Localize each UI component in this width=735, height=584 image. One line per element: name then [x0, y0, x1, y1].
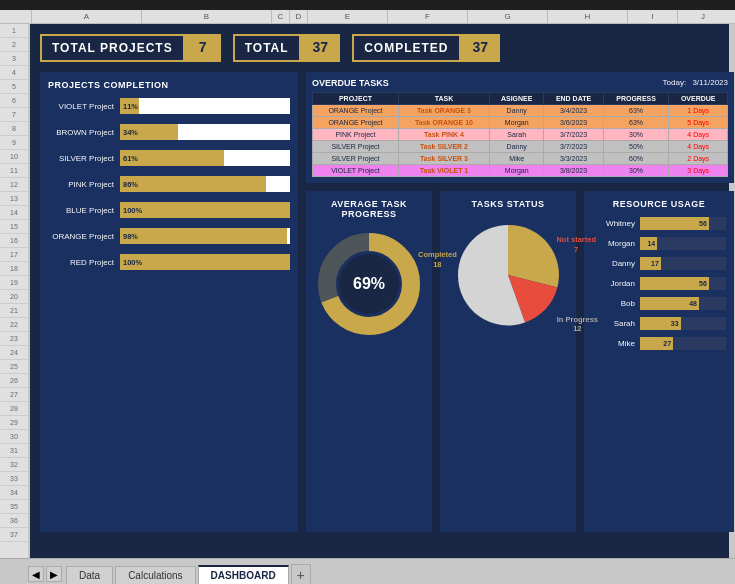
- sheet-top-bar: [0, 0, 735, 10]
- table-row: VIOLET ProjectTask VIOLET 1Morgan3/8/202…: [313, 165, 728, 177]
- bar-fill: 34%: [120, 124, 178, 140]
- resource-bar-row: Jordan56: [592, 277, 726, 290]
- bar-fill: 100%: [120, 254, 290, 270]
- tab-dashboard[interactable]: DASHBOARD: [198, 565, 289, 584]
- bar-container: 11%: [120, 98, 290, 114]
- kpi-row: TOTAL PROJECTS 7 TOTAL 37 COMPLETED 37: [40, 34, 719, 62]
- table-row: PINK ProjectTask PINK 4Sarah3/7/202330%4…: [313, 129, 728, 141]
- resource-bar-row: Mike27: [592, 337, 726, 350]
- bar-container: 61%: [120, 150, 290, 166]
- bar-row: PINK Project86%: [48, 176, 290, 192]
- bar-fill: 86%: [120, 176, 266, 192]
- overdue-tasks-panel: OVERDUE TASKS Today: 3/11/2023 PROJECT T…: [306, 72, 734, 183]
- bar-label: VIOLET Project: [48, 102, 120, 111]
- charts-row: AVERAGE TASK PROGRESS 69% T: [306, 191, 734, 532]
- bar-container: 100%: [120, 254, 290, 270]
- bar-container: 98%: [120, 228, 290, 244]
- bars-container: VIOLET Project11%BROWN Project34%SILVER …: [48, 98, 290, 270]
- table-row: ORANGE ProjectTask ORANGE 3Danny3/4/2023…: [313, 105, 728, 117]
- bar-label: PINK Project: [48, 180, 120, 189]
- resource-usage-title: RESOURCE USAGE: [592, 199, 726, 209]
- bar-row: VIOLET Project11%: [48, 98, 290, 114]
- tab-data[interactable]: Data: [66, 566, 113, 584]
- table-row: ORANGE ProjectTask ORANGE 10Morgan3/6/20…: [313, 117, 728, 129]
- overdue-tasks-title: OVERDUE TASKS: [312, 78, 389, 88]
- bar-fill: 100%: [120, 202, 290, 218]
- table-row: SILVER ProjectTask SILVER 3Mike3/3/20236…: [313, 153, 728, 165]
- resource-bars: Whitney56Morgan14Danny17Jordan56Bob48Sar…: [592, 217, 726, 350]
- bar-container: 86%: [120, 176, 290, 192]
- resource-bar-row: Whitney56: [592, 217, 726, 230]
- projects-completion-panel: PROJECTS COMPLETION VIOLET Project11%BRO…: [40, 72, 298, 532]
- resource-bar-row: Morgan14: [592, 237, 726, 250]
- bar-row: RED Project100%: [48, 254, 290, 270]
- tasks-status-pie: Completed 18 Not started 7 In Progress 1…: [448, 215, 568, 339]
- bar-row: BLUE Project100%: [48, 202, 290, 218]
- bar-container: 100%: [120, 202, 290, 218]
- resource-bar-row: Sarah33: [592, 317, 726, 330]
- avg-progress-panel: AVERAGE TASK PROGRESS 69%: [306, 191, 432, 532]
- overdue-tasks-table: PROJECT TASK ASIGNEE END DATE PROGRESS O…: [312, 92, 728, 177]
- bar-fill: 61%: [120, 150, 224, 166]
- row-numbers: 1 2 3 4 5 6 7 8 9 10 11 12 13 14 15 16 1…: [0, 24, 28, 558]
- table-row: SILVER ProjectTask SILVER 2Danny3/7/2023…: [313, 141, 728, 153]
- bar-fill: 11%: [120, 98, 139, 114]
- kpi-completed: COMPLETED 37: [352, 34, 500, 62]
- content-row: PROJECTS COMPLETION VIOLET Project11%BRO…: [40, 72, 719, 532]
- col-headers: A B C D E F G H I J: [0, 10, 735, 24]
- bar-row: BROWN Project34%: [48, 124, 290, 140]
- kpi-total: TOTAL 37: [233, 34, 340, 62]
- resource-bar-row: Danny17: [592, 257, 726, 270]
- bar-label: SILVER Project: [48, 154, 120, 163]
- tab-bar: ◀ ▶ Data Calculations DASHBOARD +: [0, 558, 735, 584]
- tasks-status-panel: TASKS STATUS: [440, 191, 576, 532]
- bar-label: BROWN Project: [48, 128, 120, 137]
- tab-nav-right[interactable]: ▶: [46, 566, 62, 582]
- donut-center-value: 69%: [353, 275, 385, 293]
- projects-completion-title: PROJECTS COMPLETION: [48, 80, 290, 90]
- dashboard: TOTAL PROJECTS 7 TOTAL 37 COMPLETED 37 P…: [30, 24, 729, 558]
- overdue-tasks-date: Today: 3/11/2023: [663, 78, 728, 88]
- resource-bar-row: Bob48: [592, 297, 726, 310]
- kpi-total-projects: TOTAL PROJECTS 7: [40, 34, 221, 62]
- bar-label: ORANGE Project: [48, 232, 120, 241]
- tab-calculations[interactable]: Calculations: [115, 566, 195, 584]
- right-area: OVERDUE TASKS Today: 3/11/2023 PROJECT T…: [306, 72, 734, 532]
- donut-chart: 69%: [314, 229, 424, 339]
- bar-label: RED Project: [48, 258, 120, 267]
- bar-row: ORANGE Project98%: [48, 228, 290, 244]
- resource-usage-panel: RESOURCE USAGE Whitney56Morgan14Danny17J…: [584, 191, 734, 532]
- tab-nav-left[interactable]: ◀: [28, 566, 44, 582]
- bar-label: BLUE Project: [48, 206, 120, 215]
- bar-container: 34%: [120, 124, 290, 140]
- tasks-status-title: TASKS STATUS: [472, 199, 545, 209]
- bar-fill: 98%: [120, 228, 287, 244]
- tab-add-button[interactable]: +: [291, 564, 311, 584]
- avg-progress-title: AVERAGE TASK PROGRESS: [314, 199, 424, 219]
- bar-row: SILVER Project61%: [48, 150, 290, 166]
